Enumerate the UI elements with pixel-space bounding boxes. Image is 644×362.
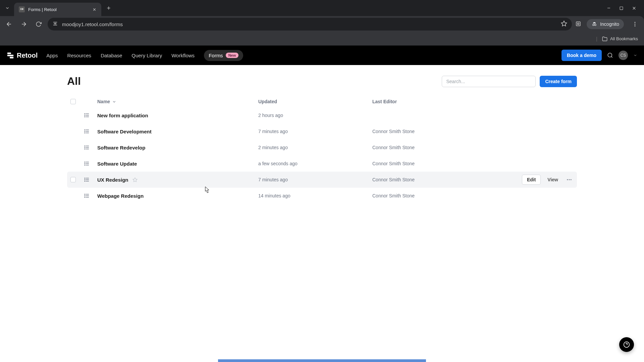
svg-rect-16 [578, 23, 579, 24]
search-input[interactable] [442, 76, 536, 87]
svg-point-53 [85, 147, 85, 148]
svg-point-20 [635, 22, 636, 23]
row-name-label: Software Redevelop [97, 145, 145, 150]
bookmark-star-icon[interactable] [561, 20, 567, 28]
retool-logo-icon [7, 52, 14, 59]
row-name-label: Software Development [97, 129, 152, 134]
url-input[interactable] [62, 21, 557, 27]
site-info-icon[interactable] [52, 21, 58, 27]
svg-marker-73 [133, 178, 137, 182]
column-name-header[interactable]: Name [97, 99, 258, 104]
form-icon [84, 177, 97, 183]
search-icon[interactable] [607, 52, 613, 58]
svg-rect-24 [7, 55, 13, 56]
form-icon [84, 112, 97, 118]
browser-menu-icon[interactable] [629, 21, 641, 27]
row-editor: Connor Smith Stone [372, 145, 506, 150]
table-row[interactable]: Software Development7 minutes agoConnor … [67, 123, 577, 139]
form-icon [84, 144, 97, 150]
svg-point-26 [608, 53, 612, 57]
column-name-label: Name [97, 99, 110, 104]
row-updated: a few seconds ago [258, 161, 372, 166]
svg-point-83 [85, 194, 85, 195]
table-row[interactable]: UX Redesign7 minutes agoConnor Smith Sto… [67, 172, 577, 188]
nav-resources[interactable]: Resources [67, 53, 91, 58]
nav-forms-label: Forms [209, 53, 223, 58]
all-bookmarks-label: All Bookmarks [610, 36, 638, 41]
svg-rect-23 [7, 53, 11, 54]
svg-point-34 [85, 114, 85, 114]
svg-point-76 [571, 179, 572, 180]
svg-point-36 [85, 117, 85, 117]
more-icon[interactable] [565, 175, 574, 184]
table-row[interactable]: Software Updatea few seconds agoConnor S… [67, 156, 577, 172]
svg-rect-15 [576, 22, 580, 26]
toast-partial [218, 359, 426, 362]
favicon-icon [19, 6, 25, 12]
svg-point-43 [85, 130, 85, 130]
row-editor: Connor Smith Stone [372, 129, 506, 134]
minimize-icon[interactable] [606, 6, 611, 11]
table-row[interactable]: Software Redevelop2 minutes agoConnor Sm… [67, 139, 577, 156]
maximize-icon[interactable] [619, 6, 624, 11]
column-editor-header[interactable]: Last Editor [372, 99, 506, 104]
edit-button[interactable]: Edit [522, 175, 541, 185]
svg-point-84 [85, 195, 85, 196]
nav-apps[interactable]: Apps [46, 53, 58, 58]
svg-marker-14 [561, 21, 567, 26]
svg-point-54 [85, 149, 85, 149]
create-form-button[interactable]: Create form [540, 76, 577, 87]
svg-point-35 [85, 115, 85, 116]
book-demo-button[interactable]: Book a demo [561, 50, 602, 61]
nav-workflows[interactable]: Workflows [171, 53, 195, 58]
star-icon[interactable] [132, 177, 138, 182]
reload-button[interactable] [33, 18, 44, 30]
row-updated: 2 minutes ago [258, 145, 372, 150]
address-bar[interactable] [48, 18, 572, 31]
nav-forms[interactable]: Forms New [204, 50, 243, 61]
new-tab-button[interactable] [106, 5, 111, 11]
chevron-down-icon[interactable] [633, 53, 637, 57]
row-checkbox[interactable] [70, 177, 76, 182]
window-controls [606, 6, 641, 11]
svg-point-63 [85, 165, 85, 166]
extensions-icon[interactable] [575, 21, 581, 28]
incognito-label: Incognito [600, 21, 619, 27]
row-updated: 7 minutes ago [258, 129, 372, 134]
close-window-icon[interactable] [632, 6, 637, 11]
table-row[interactable]: Webpage Redesign14 minutes agoConnor Smi… [67, 188, 577, 204]
form-icon [84, 128, 97, 134]
select-all-checkbox[interactable] [70, 99, 76, 104]
browser-tab[interactable]: Forms | Retool [14, 3, 101, 16]
svg-point-21 [635, 24, 636, 25]
column-updated-header[interactable]: Updated [258, 99, 372, 104]
tab-search-dropdown[interactable] [3, 3, 12, 13]
svg-rect-8 [620, 7, 623, 10]
nav-query-library[interactable]: Query Library [131, 53, 162, 58]
forward-button[interactable] [18, 18, 30, 30]
main-nav: Apps Resources Database Query Library Wo… [46, 50, 243, 61]
all-bookmarks-button[interactable]: All Bookmarks [602, 36, 638, 42]
table-row[interactable]: New form application2 hours ago [67, 107, 577, 123]
svg-point-74 [567, 179, 568, 180]
avatar[interactable]: CS [619, 51, 628, 60]
svg-line-27 [611, 56, 612, 57]
svg-point-52 [85, 146, 85, 146]
form-icon [84, 161, 97, 167]
close-icon[interactable] [92, 7, 97, 12]
svg-point-17 [593, 24, 594, 26]
row-name-label: UX Redesign [97, 177, 128, 183]
incognito-badge[interactable]: Incognito [587, 19, 624, 29]
row-name-label: New form application [97, 113, 148, 118]
row-editor: Connor Smith Stone [372, 177, 506, 182]
help-button[interactable] [619, 337, 634, 352]
view-button[interactable]: View [543, 175, 563, 184]
row-updated: 2 hours ago [258, 113, 372, 118]
svg-point-62 [85, 163, 85, 164]
row-updated: 7 minutes ago [258, 177, 372, 182]
svg-rect-2 [22, 8, 23, 10]
nav-database[interactable]: Database [101, 53, 122, 58]
logo[interactable]: Retool [7, 52, 38, 59]
svg-point-71 [85, 179, 85, 180]
back-button[interactable] [3, 18, 15, 30]
